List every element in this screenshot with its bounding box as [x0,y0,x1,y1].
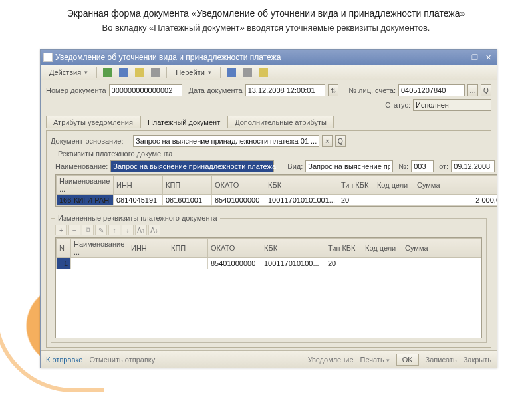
tb-undo-icon[interactable] [149,66,162,78]
ok-button[interactable]: OK [396,354,419,366]
row-down-icon[interactable]: ↓ [122,225,134,235]
plus-icon [103,68,112,77]
row-sort-asc-icon[interactable]: A↑ [135,225,147,235]
tb-new-icon[interactable] [101,66,114,78]
g2-h3[interactable]: КПП [168,239,208,258]
g1-c2: 081601001 [163,195,212,206]
row-del-icon[interactable]: − [68,225,80,235]
print-label: Печать [360,356,384,364]
row-copy-icon[interactable]: ⧉ [82,225,94,235]
chevron-down-icon: ▾ [386,357,390,364]
actions-menu[interactable]: Действия▾ [45,66,92,78]
name-label: Наименование: [55,162,108,170]
from-input[interactable] [451,160,495,172]
notice-link[interactable]: Уведомление [308,356,354,364]
kind-input[interactable] [305,160,393,172]
chevron-down-icon: ▾ [208,69,211,76]
group1-legend: Реквизиты платежного документа [55,150,175,158]
info-icon [227,68,236,77]
account-search[interactable]: Q [481,84,491,96]
row-sort-desc-icon[interactable]: A↓ [148,225,160,235]
doc-date-input[interactable] [245,84,325,96]
header-row-2: Статус: [46,99,491,111]
g1-h7[interactable]: Сумма [414,176,497,195]
status-field [413,99,491,111]
chevron-down-icon: ▾ [84,69,88,76]
g2-h5[interactable]: КБК [261,239,325,258]
g1-h6[interactable]: Код цели [374,176,414,195]
basis-search[interactable]: Q [335,135,346,147]
from-label: от: [439,162,448,170]
goto-menu[interactable]: Перейти▾ [171,66,216,78]
g1-h1[interactable]: ИНН [114,176,163,195]
g1-h0[interactable]: Наименование ... [57,176,114,195]
goto-label: Перейти [176,68,205,76]
g2-h7[interactable]: Код цели [362,239,402,258]
g1-h5[interactable]: Тип КБК [338,176,374,195]
g1-h3[interactable]: ОКАТО [212,176,265,195]
app-icon [43,53,53,62]
toolbar-sep [96,67,97,78]
close-button[interactable]: ✕ [482,53,494,62]
no-label: №: [398,162,408,170]
date-stepper[interactable]: ⇅ [328,84,338,96]
g1-c1: 0814045191 [114,195,163,206]
name-row: Наименование: Запрос на выяснение принад… [55,160,497,172]
table-row[interactable]: 166-КИГИ РАН 0814045191 081601001 854010… [57,195,497,206]
g1-h2[interactable]: КПП [163,176,212,195]
g2-h1[interactable]: Наименование ... [71,239,128,258]
g2-h6[interactable]: Тип КБК [325,239,362,258]
tab-extra-attributes[interactable]: Дополнительные атрибуты [227,116,334,128]
g1-c4: 100117010101001... [265,195,338,206]
tb-misc2-icon[interactable] [241,66,254,78]
grid2: N Наименование ... ИНН КПП ОКАТО КБК Тип… [55,237,482,338]
close-link[interactable]: Закрыть [464,356,491,364]
g2-h8[interactable]: Сумма [402,239,481,258]
save-button[interactable]: Записать [426,356,457,364]
account-label: № лиц. счета: [348,86,396,94]
g2-c1 [71,258,128,269]
toolbar-sep [220,67,221,78]
basis-clear[interactable]: × [322,135,332,147]
g2-c3 [168,258,208,269]
account-input[interactable] [398,84,465,96]
g2-c7 [362,258,402,269]
table-row[interactable]: 1 85401000000 100117010100... 20 [57,258,481,269]
kind-label: Вид: [287,162,303,170]
maximize-button[interactable]: ❐ [469,53,481,62]
g2-h2[interactable]: ИНН [128,239,168,258]
g1-c5: 20 [338,195,374,206]
tb-post-icon[interactable] [117,66,130,78]
group-payment-requisites: Реквизиты платежного документа Наименова… [51,150,497,211]
main-toolbar: Действия▾ Перейти▾ [41,65,497,80]
toolbar-sep [166,67,167,78]
g2-c5: 100117010100... [261,258,325,269]
basis-input[interactable] [133,135,319,147]
group-changed-requisites: Измененные реквизиты платежного документ… [51,214,487,343]
basis-row: Документ-основание: × Q [51,135,487,147]
g2-h4[interactable]: ОКАТО [208,239,261,258]
g1-h4[interactable]: КБК [265,176,338,195]
no-input[interactable] [411,160,434,172]
doc-number-input[interactable] [109,84,182,96]
account-lookup[interactable]: … [467,84,478,96]
tb-misc1-icon[interactable] [225,66,238,78]
titlebar: Уведомление об уточнении вида и принадле… [41,50,497,65]
tab-attributes[interactable]: Атрибуты уведомления [46,116,140,128]
g2-c6: 20 [325,258,362,269]
window-title: Уведомление об уточнении вида и принадле… [55,53,454,62]
tb-copy-icon[interactable] [133,66,146,78]
g2-h0[interactable]: N [57,239,71,258]
print-menu[interactable]: Печать ▾ [360,356,390,364]
tb-help-icon[interactable] [257,66,270,78]
app-window: Уведомление об уточнении вида и принадле… [40,49,497,368]
tab-payment-doc[interactable]: Платежный документ [140,116,227,128]
name-input[interactable]: Запрос на выяснение принадлежности плате… [110,160,274,172]
row-up-icon[interactable]: ↑ [108,225,120,235]
actions-label: Действия [49,68,81,76]
cancel-send-link[interactable]: Отменить отправку [89,356,155,364]
row-edit-icon[interactable]: ✎ [95,225,107,235]
row-add-icon[interactable]: + [55,225,67,235]
send-link[interactable]: К отправке [46,356,82,364]
minimize-button[interactable]: _ [456,53,467,62]
